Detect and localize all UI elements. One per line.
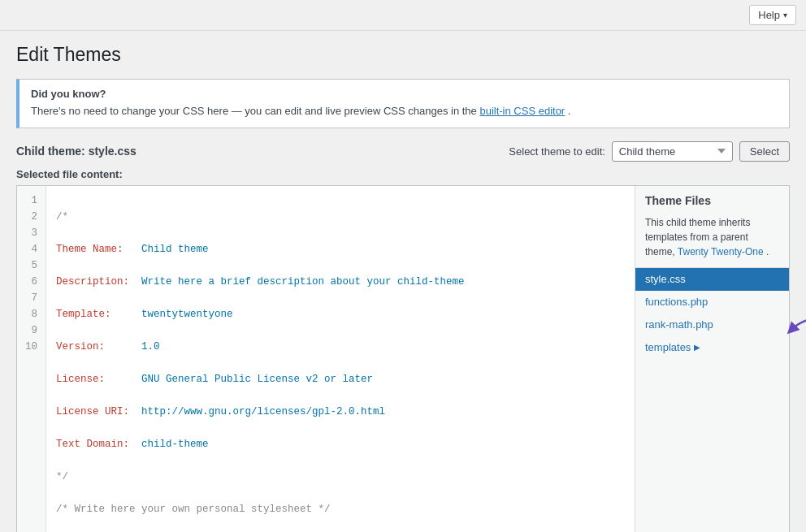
editor-header: Child theme: style.css Select theme to e… [16, 141, 790, 162]
line-numbers: 1 2 3 4 5 6 7 8 9 10 [17, 186, 46, 533]
theme-selector: Select theme to edit: Child theme Twenty… [509, 141, 790, 162]
selector-label: Select theme to edit: [509, 145, 605, 158]
file-item-rank-math-wrapper: rank-math.php [635, 314, 789, 336]
file-label: Child theme: style.css [16, 145, 136, 158]
theme-select[interactable]: Child theme Twenty Twenty-One [612, 141, 733, 162]
file-item-functions-php[interactable]: functions.php [635, 291, 789, 314]
info-box-text: There's no need to change your CSS here … [31, 103, 778, 119]
help-button[interactable]: Help ▾ [749, 5, 796, 25]
theme-files-title: Theme Files [635, 186, 789, 212]
code-line-8: Text Domain: child-theme [56, 436, 625, 452]
file-item-templates-dir[interactable]: templates ▶ [635, 336, 789, 358]
info-box: Did you know? There's no need to change … [16, 79, 790, 128]
code-line-4: Template: twentytwentyone [56, 306, 625, 322]
info-box-title: Did you know? [31, 88, 778, 100]
theme-files-desc: This child theme inherits templates from… [635, 212, 789, 268]
code-line-7: License URI: http://www.gnu.org/licenses… [56, 404, 625, 420]
arrow-annotation-icon [787, 314, 806, 338]
code-line-5: Version: 1.0 [56, 339, 625, 355]
help-label: Help [758, 9, 780, 21]
info-box-text-before: There's no need to change your CSS here … [31, 105, 479, 117]
code-area[interactable]: 1 2 3 4 5 6 7 8 9 10 /* Theme Name: Chil… [17, 186, 635, 533]
selected-file-label: Selected file content: [16, 168, 790, 180]
editor-container: 1 2 3 4 5 6 7 8 9 10 /* Theme Name: Chil… [16, 185, 790, 533]
code-line-3: Description: Write here a brief descript… [56, 274, 625, 290]
code-line-6: License: GNU General Public License v2 o… [56, 371, 625, 387]
css-editor-link[interactable]: built-in CSS editor [479, 105, 565, 117]
file-item-rank-math-php[interactable]: rank-math.php [635, 314, 789, 336]
templates-label: templates [645, 341, 691, 353]
templates-arrow-icon: ▶ [694, 343, 700, 352]
code-line-2: Theme Name: Child theme [56, 241, 625, 257]
main-content: Edit Themes Did you know? There's no nee… [0, 31, 806, 532]
chevron-down-icon: ▾ [783, 11, 787, 19]
info-box-text-after: . [568, 105, 571, 117]
top-bar: Help ▾ [0, 0, 806, 31]
code-content[interactable]: /* Theme Name: Child theme Description: … [46, 186, 635, 533]
code-line-9: */ [56, 469, 625, 485]
file-item-style-css[interactable]: style.css [635, 268, 789, 291]
page-title: Edit Themes [16, 44, 790, 66]
theme-files-panel: Theme Files This child theme inherits te… [635, 186, 789, 533]
code-line-1: /* [56, 209, 625, 225]
parent-theme-link[interactable]: Twenty Twenty-One [678, 246, 764, 257]
code-area-wrapper: 1 2 3 4 5 6 7 8 9 10 /* Theme Name: Chil… [17, 186, 635, 533]
desc-after: . [766, 246, 769, 257]
select-theme-button[interactable]: Select [739, 141, 790, 162]
code-line-10: /* Write here your own personal styleshe… [56, 501, 625, 517]
